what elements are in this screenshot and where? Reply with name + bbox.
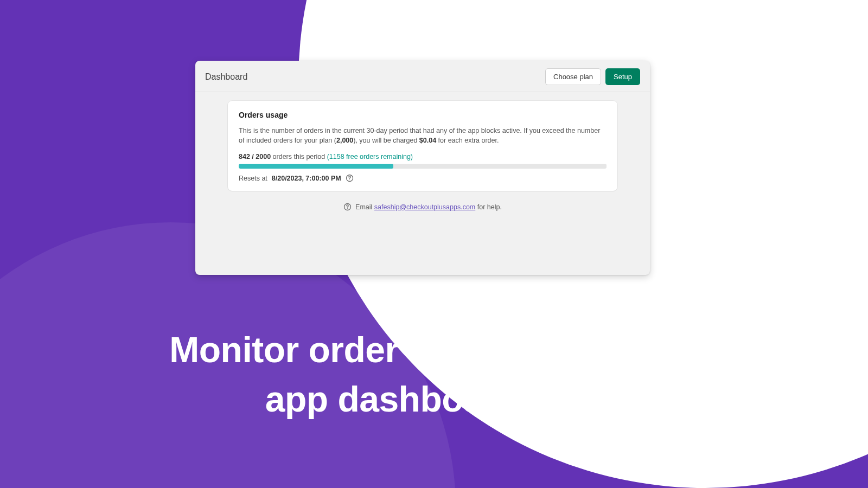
usage-period-label: orders this period: [271, 153, 327, 160]
reset-info: Resets at 8/20/2023, 7:00:00 PM: [239, 174, 607, 182]
reset-prefix: Resets at: [239, 175, 267, 182]
dashboard-panel: Dashboard Choose plan Setup Orders usage…: [195, 61, 650, 275]
help-email-line: Email safeship@checkoutplusapps.com for …: [195, 203, 650, 211]
usage-progress-fill: [239, 164, 393, 169]
svg-point-1: [349, 179, 350, 180]
extra-order-cost: $0.04: [419, 137, 436, 144]
setup-button[interactable]: Setup: [605, 68, 640, 85]
desc-text-2: ), you will be charged: [353, 137, 419, 144]
usage-summary: 842 / 2000 orders this period (1158 free…: [239, 153, 607, 160]
usage-progress-bar: [239, 164, 607, 169]
help-icon: [343, 203, 352, 211]
remaining-orders: (1158 free orders remaining): [327, 153, 413, 160]
help-icon[interactable]: [346, 174, 354, 182]
orders-usage-card: Orders usage This is the number of order…: [228, 101, 617, 191]
svg-point-3: [347, 208, 348, 209]
help-email-prefix: Email: [355, 203, 374, 211]
card-description: This is the number of orders in the curr…: [239, 126, 607, 145]
page-title: Dashboard: [205, 72, 247, 82]
plan-included-orders: 2,000: [336, 137, 353, 144]
usage-count: 842 / 2000: [239, 153, 271, 160]
marketing-caption: Monitor order usage in the app dashboard: [134, 325, 649, 424]
help-email-suffix: for help.: [475, 203, 502, 211]
reset-timestamp: 8/20/2023, 7:00:00 PM: [272, 175, 341, 182]
dashboard-actions: Choose plan Setup: [545, 68, 640, 85]
help-email-link[interactable]: safeship@checkoutplusapps.com: [374, 203, 475, 211]
card-title: Orders usage: [239, 111, 607, 119]
dashboard-header: Dashboard Choose plan Setup: [195, 61, 650, 92]
choose-plan-button[interactable]: Choose plan: [545, 68, 601, 85]
desc-text-3: for each extra order.: [436, 137, 499, 144]
